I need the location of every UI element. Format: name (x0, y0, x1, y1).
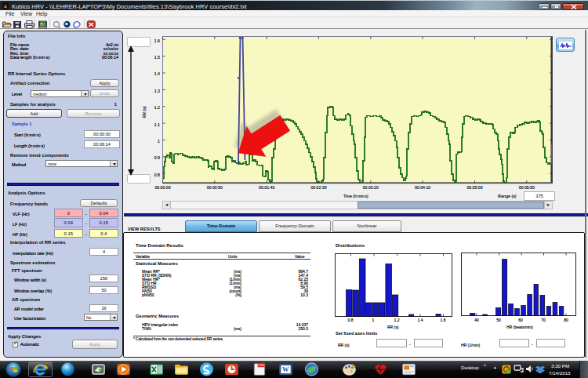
svg-text:PDF: PDF (259, 363, 265, 367)
svg-text:W: W (282, 366, 289, 373)
